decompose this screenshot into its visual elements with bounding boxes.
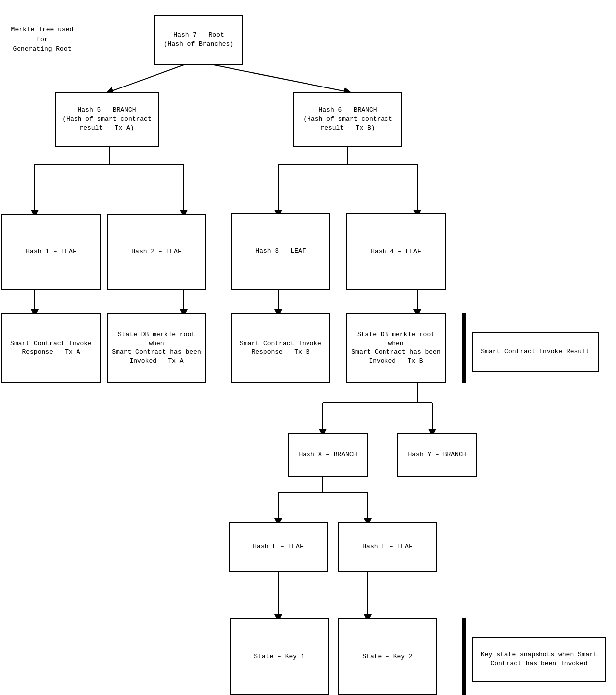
merkle-tree-label: Merkle Tree used forGenerating Root	[5, 25, 79, 54]
sc-resp-b-node: Smart Contract InvokeResponse – Tx B	[231, 313, 330, 383]
svg-line-0	[109, 65, 184, 92]
branch6-node: Hash 6 – BRANCH(Hash of smart contractre…	[293, 92, 402, 147]
leaf3-node: Hash 3 – LEAF	[231, 213, 330, 290]
hashL2-label: Hash L – LEAF	[362, 542, 412, 551]
svg-line-1	[214, 65, 348, 92]
diagram: Merkle Tree used forGenerating Root Hash…	[0, 0, 616, 695]
state-db-b-node: State DB merkle root whenSmart Contract …	[346, 313, 446, 383]
state-key2-label: State – Key 2	[362, 652, 412, 661]
root-node: Hash 7 – Root(Hash of Branches)	[154, 15, 243, 65]
sc-resp-b-label: Smart Contract InvokeResponse – Tx B	[240, 339, 321, 357]
leaf4-label: Hash 4 – LEAF	[371, 247, 421, 256]
state-key2-node: State – Key 2	[338, 618, 437, 695]
sc-resp-a-label: Smart Contract InvokeResponse – Tx A	[10, 339, 92, 357]
state-db-a-label: State DB merkle root whenSmart Contract …	[111, 330, 202, 366]
branchY-node: Hash Y – BRANCH	[397, 433, 477, 477]
branchY-label: Hash Y – BRANCH	[408, 450, 466, 459]
state-key1-label: State – Key 1	[254, 652, 304, 661]
sc-resp-a-node: Smart Contract InvokeResponse – Tx A	[1, 313, 101, 383]
branch5-node: Hash 5 – BRANCH(Hash of smart contractre…	[55, 92, 159, 147]
state-db-a-node: State DB merkle root whenSmart Contract …	[107, 313, 206, 383]
key-state-bar	[462, 618, 466, 695]
leaf3-label: Hash 3 – LEAF	[255, 247, 306, 256]
sc-invoke-result-bar	[462, 313, 466, 383]
key-state-label-text: Key state snapshots when SmartContract h…	[481, 650, 597, 668]
state-key1-node: State – Key 1	[230, 618, 329, 695]
branchX-node: Hash X – BRANCH	[288, 433, 368, 477]
leaf4-node: Hash 4 – LEAF	[346, 213, 446, 290]
leaf2-node: Hash 2 – LEAF	[107, 214, 206, 290]
state-db-b-label: State DB merkle root whenSmart Contract …	[350, 330, 442, 366]
leaf1-label: Hash 1 – LEAF	[26, 247, 76, 256]
sc-invoke-result-label: Smart Contract Invoke Result	[481, 348, 589, 356]
leaf2-label: Hash 2 – LEAF	[131, 247, 181, 256]
hashL1-label: Hash L – LEAF	[253, 542, 303, 551]
hashL1-node: Hash L – LEAF	[229, 522, 328, 572]
key-state-label-node: Key state snapshots when SmartContract h…	[472, 637, 606, 682]
leaf1-node: Hash 1 – LEAF	[1, 214, 101, 290]
branch6-label: Hash 6 – BRANCH(Hash of smart contractre…	[303, 106, 392, 133]
hashL2-node: Hash L – LEAF	[338, 522, 437, 572]
root-label: Hash 7 – Root(Hash of Branches)	[164, 31, 233, 49]
sc-invoke-result-node: Smart Contract Invoke Result	[472, 332, 599, 372]
branch5-label: Hash 5 – BRANCH(Hash of smart contractre…	[62, 106, 151, 133]
branchX-label: Hash X – BRANCH	[299, 450, 357, 459]
